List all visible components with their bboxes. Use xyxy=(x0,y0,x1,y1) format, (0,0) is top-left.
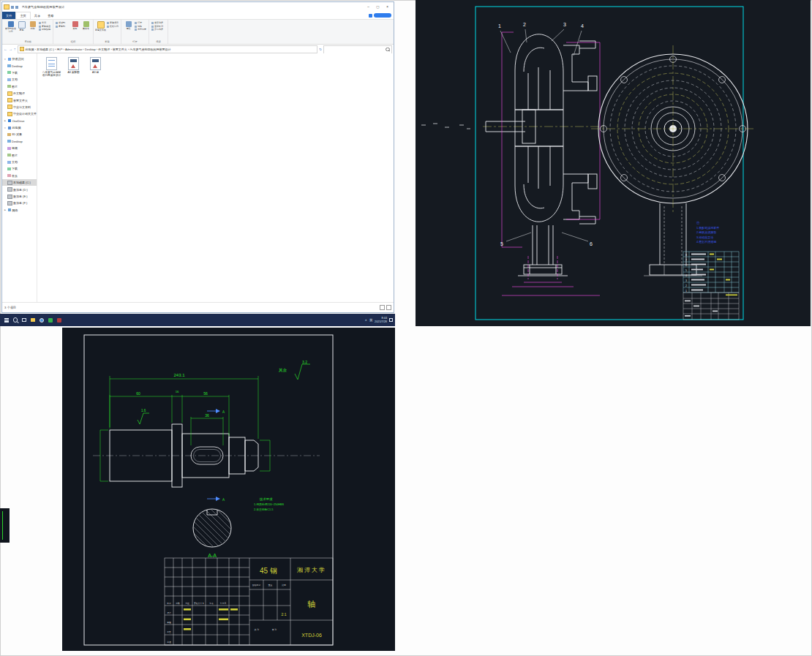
quick-access-toolbar[interactable] xyxy=(11,6,18,9)
minimize-button[interactable]: – xyxy=(364,3,373,12)
sidebar-network[interactable]: ▶网络 xyxy=(2,207,37,214)
status-bar: 3 个项目 xyxy=(2,302,394,312)
sidebar-item-pictures[interactable]: 图片 xyxy=(2,151,37,158)
taskbar-clock[interactable]: 8:44 2021/7/28 xyxy=(375,317,387,323)
sidebar-label: 装置文件夹 xyxy=(13,99,28,102)
sidebar-quick-access[interactable]: ▼快速访问 xyxy=(2,56,37,62)
sidebar-item-documents[interactable]: 文档 xyxy=(2,76,37,83)
edit-icon xyxy=(135,26,137,28)
tab-file[interactable]: 文件 xyxy=(2,12,15,19)
drawing-border xyxy=(84,335,333,645)
downloads-icon xyxy=(7,71,11,74)
taskbar-messenger[interactable] xyxy=(46,315,55,325)
sidebar-item-downloads[interactable]: 下载 xyxy=(2,165,37,172)
file-item[interactable]: 汽车废气余能回收利用装置设计 xyxy=(42,57,61,78)
sidebar-item-folder[interactable]: 毕业论文资料 xyxy=(2,104,37,110)
qat-icon[interactable] xyxy=(11,6,14,9)
search-box[interactable] xyxy=(323,45,392,53)
taskbar-browser[interactable] xyxy=(37,315,46,325)
tab-home[interactable]: 主页 xyxy=(15,12,30,19)
invert-selection-button[interactable]: 反向选择 xyxy=(151,28,166,31)
refresh-button[interactable]: ↻ xyxy=(319,48,322,51)
select-all-icon xyxy=(151,22,154,24)
sidebar-item-3d-objects[interactable]: 3D 对象 xyxy=(2,131,37,137)
cad-assembly-window[interactable]: 1 2 3 4 5 6 xyxy=(416,0,811,326)
sidebar-onedrive[interactable]: ▶OneDrive xyxy=(2,118,37,124)
copy-button[interactable]: 复制 xyxy=(16,20,27,38)
paste-button[interactable]: 粘贴 xyxy=(27,20,38,38)
history-button[interactable]: 历史记录 xyxy=(135,28,147,31)
thumbnail-view-toggle[interactable] xyxy=(386,305,391,310)
sidebar-item-local-disk-c[interactable]: 本地磁盘 (C:) xyxy=(2,179,37,186)
sidebar-item-pictures[interactable]: 图片 xyxy=(2,83,37,90)
messenger-icon xyxy=(48,318,53,323)
cloud-sync-icon[interactable] xyxy=(369,14,372,18)
sidebar-item-desktop[interactable]: Desktop xyxy=(2,138,37,145)
sidebar-item-new-volume-f[interactable]: 新加卷 (F:) xyxy=(2,200,37,206)
roughness-value: 3.2 xyxy=(302,360,307,364)
easy-access-button[interactable]: 轻松访问 xyxy=(107,25,119,29)
sidebar-this-pc[interactable]: ▼此电脑 xyxy=(2,124,37,131)
breadcrumb-path[interactable]: 此电脑 › 本地磁盘 (C:) › 用户 › Administrator › D… xyxy=(26,48,171,51)
section-letter: A xyxy=(222,410,225,414)
qat-icon[interactable] xyxy=(15,6,18,9)
sidebar-item-new-volume-d[interactable]: 新加卷 (D:) xyxy=(2,186,37,192)
title-bar[interactable]: 汽车废气余能回收利用装置设计 – ▢ × xyxy=(2,2,394,12)
new-folder-button[interactable]: 新建文件夹 xyxy=(95,20,106,38)
tab-view[interactable]: 查看 xyxy=(44,12,57,19)
copy-to-button[interactable]: 复制到 xyxy=(56,25,69,29)
dim-value: 36 xyxy=(205,413,209,418)
sidebar-item-downloads[interactable]: 下载 xyxy=(2,69,37,76)
sidebar-item-new-volume-e[interactable]: 新加卷 (E:) xyxy=(2,193,37,200)
start-button[interactable] xyxy=(2,315,11,325)
tray-expand-chevron[interactable]: ∧ xyxy=(365,318,367,322)
taskbar-search-button[interactable] xyxy=(11,315,20,325)
forward-button[interactable]: → xyxy=(9,47,12,51)
sidebar-item-folder[interactable]: 装置文件夹 xyxy=(2,97,37,103)
sidebar-label: 毕业设计相关文件 xyxy=(13,112,37,116)
rename-button[interactable]: 重命名 xyxy=(80,20,91,38)
drive-icon xyxy=(7,195,12,199)
button-label: 固定到快速访问 xyxy=(5,28,16,33)
list-view-toggle[interactable] xyxy=(380,305,385,310)
paste-shortcut-button[interactable]: 粘贴快捷方式 xyxy=(39,28,51,31)
button-label: 粘贴快捷方式 xyxy=(42,28,51,31)
taskbar-cad-app[interactable] xyxy=(55,315,64,325)
delete-button[interactable]: 删除 xyxy=(69,20,80,38)
back-button[interactable]: ← xyxy=(4,47,7,51)
balloon-label: 3 xyxy=(563,22,566,27)
bom-number: 2 xyxy=(685,284,687,287)
centerlines xyxy=(591,45,755,212)
task-view-button[interactable] xyxy=(20,315,29,325)
ribbon-group-open: 属性 打开 编辑 历史记录 打开 xyxy=(121,20,149,44)
drive-icon xyxy=(7,181,12,185)
rev-col-label: 签名 xyxy=(209,602,214,605)
title-block-highlight xyxy=(726,295,737,296)
file-item[interactable]: A3 轴 xyxy=(86,57,105,74)
sidebar-item-desktop[interactable]: Desktop xyxy=(2,62,37,69)
drawing-number: XTDJ-06 xyxy=(301,633,322,638)
cad-shaft-window[interactable]: 243.1 60 16 56 36 其余 3.2 1.6 A A xyxy=(62,328,395,651)
ime-indicator[interactable]: 英 xyxy=(369,318,372,322)
sidebar-item-music[interactable]: 音乐 xyxy=(2,173,37,179)
breadcrumb[interactable]: 此电脑 › 本地磁盘 (C:) › 用户 › Administrator › D… xyxy=(18,45,318,53)
tab-share[interactable]: 共享 xyxy=(31,12,44,19)
maximize-button[interactable]: ▢ xyxy=(373,3,383,12)
taskbar-file-explorer[interactable] xyxy=(29,315,37,325)
cloud-login-badge[interactable] xyxy=(374,13,391,18)
role-label: 工艺 xyxy=(167,630,171,633)
taskbar: ∧ 英 8:44 2021/7/28 xyxy=(0,314,395,326)
sidebar-item-documents[interactable]: 文档 xyxy=(2,159,37,165)
properties-button[interactable]: 属性 xyxy=(123,20,134,38)
close-button[interactable]: × xyxy=(383,3,392,12)
navigation-pane[interactable]: ▼快速访问 Desktop 下载 文档 图片 外文翻译 装置文件夹 毕业论文资料… xyxy=(2,53,37,302)
pin-quick-access-button[interactable]: 固定到快速访问 xyxy=(5,20,16,38)
sidebar-item-videos[interactable]: 视频 xyxy=(2,145,37,151)
file-list[interactable]: 汽车废气余能回收利用装置设计 A3 装配图 A3 轴 xyxy=(37,53,394,302)
action-center-icon[interactable] xyxy=(389,318,393,322)
button-label: 重命名 xyxy=(83,28,89,31)
up-button[interactable]: ↑ xyxy=(14,47,16,51)
sidebar-item-folder[interactable]: 毕业设计相关文件 xyxy=(2,110,37,117)
file-item[interactable]: A3 装配图 xyxy=(64,57,83,74)
sidebar-item-folder[interactable]: 外文翻译 xyxy=(2,90,37,97)
